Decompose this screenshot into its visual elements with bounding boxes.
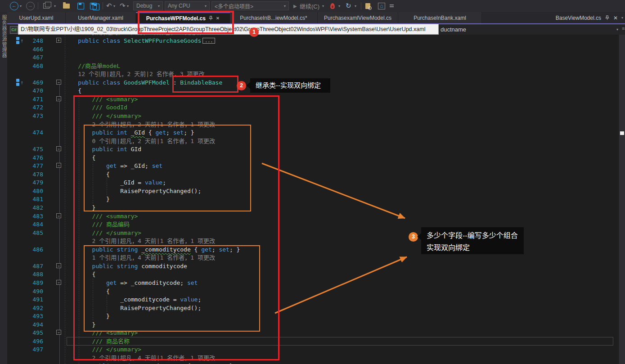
code-line[interactable]: 475− public int GId: [7, 145, 619, 153]
code-line[interactable]: 467: [7, 53, 619, 62]
inheritance-margin-icon[interactable]: ↑: [16, 37, 26, 44]
tab-purchaseinb-iewmodel-cs-[interactable]: PurchaseInB...iewModel.cs*: [230, 12, 318, 23]
fold-collapse-icon[interactable]: −: [56, 330, 61, 335]
navigate-home-button[interactable]: ⌂: [378, 1, 385, 10]
find-in-files-button[interactable]: [365, 1, 370, 10]
close-icon[interactable]: ✕: [613, 15, 618, 21]
pin-icon[interactable]: [208, 16, 213, 21]
server-explorer-vertical-tab[interactable]: 服务器资源管理器: [0, 15, 8, 58]
fold-collapse-icon[interactable]: −: [56, 146, 61, 151]
hot-reload-caret[interactable]: ▾: [338, 1, 340, 10]
save-button[interactable]: [77, 1, 84, 10]
close-icon[interactable]: ✕: [216, 16, 220, 21]
debug-configuration-dropdown[interactable]: Debug ▾: [133, 1, 163, 10]
scrollbar-grip-icon[interactable]: ≡: [622, 26, 625, 31]
code-line[interactable]: 474 public int _GId { get; set; }: [7, 128, 619, 137]
code-line[interactable]: 471− /// <summary>: [7, 95, 619, 103]
code-line[interactable]: 488 {: [7, 270, 619, 279]
codelens-text[interactable]: 0 个引用|超凡，2 天前|1 名作者，1 项更改: [64, 137, 215, 145]
fold-collapse-icon[interactable]: −: [56, 96, 61, 101]
code-line[interactable]: 466: [7, 45, 619, 54]
undo-button[interactable]: ↶: [106, 1, 112, 10]
tab-purchasewpfmodel-cs[interactable]: PurchaseWPFModel.cs✕: [136, 12, 230, 23]
code-line[interactable]: 482 }: [7, 203, 619, 212]
fold-collapse-icon[interactable]: −: [56, 280, 61, 285]
codelens-text[interactable]: 2 个引用|超凡，4 天前|1 名作者，1 项更改: [64, 354, 215, 362]
code-line[interactable]: 485 /// </summary>: [7, 229, 619, 237]
undo-caret[interactable]: ▾: [113, 1, 115, 10]
code-line[interactable]: public string _productname { get; set; }: [7, 362, 619, 364]
tab-label: PurchasexamlViewModel.cs: [324, 15, 391, 21]
code-line[interactable]: 493 }: [7, 312, 619, 320]
code-line[interactable]: 486 public string _commoditycode { get; …: [7, 245, 619, 254]
navigate-forward-button[interactable]: →: [26, 1, 35, 10]
continue-button[interactable]: 继续(C): [300, 1, 319, 10]
codelens-line[interactable]: 2 个引用|超凡，4 天前|1 名作者，1 项更改: [7, 354, 619, 362]
code-line[interactable]: 494 }: [7, 320, 619, 329]
code-line[interactable]: 491 _commoditycode = value;: [7, 295, 619, 304]
fold-collapse-icon[interactable]: −: [56, 80, 61, 85]
codelens-text[interactable]: 1 个引用|超凡，4 天前|1 名作者，1 项更改: [64, 253, 215, 262]
code-line[interactable]: 477− get => _GId; set: [7, 162, 619, 170]
save-all-button[interactable]: [90, 1, 99, 10]
fold-expand-icon[interactable]: +: [56, 38, 61, 43]
code-line[interactable]: 497 /// </summary>: [7, 345, 619, 354]
continue-caret[interactable]: ▾: [322, 1, 324, 10]
code-line[interactable]: 480 RaisePropertyChanged();: [7, 187, 619, 195]
restart-caret[interactable]: ▾: [355, 1, 356, 10]
tab-purchasexamlviewmodel-cs[interactable]: PurchasexamlViewModel.cs: [318, 12, 398, 23]
tab-usermanager-xaml[interactable]: UserManager.xaml: [66, 12, 136, 23]
code-line[interactable]: 492 RaisePropertyChanged();: [7, 304, 619, 312]
code-line[interactable]: 481 }: [7, 195, 619, 203]
code-line[interactable]: 472 /// GoodId: [7, 103, 619, 112]
chevron-down-icon[interactable]: ▾: [616, 27, 618, 31]
code-line[interactable]: 468 //商品单modeL: [7, 62, 619, 70]
code-line[interactable]: 487− public string commoditycode: [7, 262, 619, 270]
back-dropdown-caret[interactable]: ▾: [20, 1, 22, 10]
navigate-back-button[interactable]: ←: [10, 1, 18, 10]
code-line[interactable]: 473 /// </summary>: [7, 112, 619, 120]
redo-button[interactable]: ↷: [120, 1, 126, 10]
toolbar-overflow-button[interactable]: [390, 1, 394, 10]
open-file-button[interactable]: [63, 1, 70, 10]
hot-reload-button[interactable]: [330, 1, 335, 10]
platform-dropdown[interactable]: Any CPU ▾: [165, 1, 210, 10]
fold-collapse-icon[interactable]: −: [56, 163, 61, 168]
code-line[interactable]: 484 /// 商品编码: [7, 220, 619, 229]
left-tool-strip: 服务器资源管理器: [0, 12, 8, 364]
tab-baseviewmodel[interactable]: BaseViewModel.cs: [556, 15, 601, 21]
codelens-text[interactable]: 12 个引用|超凡，2 天前|2 名作者，3 项更改: [64, 70, 204, 78]
code-line[interactable]: 489− get => _commoditycode; set: [7, 279, 619, 287]
line-number: 478: [25, 170, 43, 179]
vertical-scrollbar[interactable]: [619, 35, 625, 364]
codelens-line[interactable]: 1 个引用|超凡，4 天前|1 名作者，1 项更改: [7, 253, 619, 262]
code-line[interactable]: 483− /// <summary>: [7, 212, 619, 220]
code-line[interactable]: 476 {: [7, 153, 619, 162]
codelens-line[interactable]: 12 个引用|超凡，2 天前|2 名作者，3 项更改: [7, 70, 619, 78]
codelens-line[interactable]: 2 个引用|超凡，4 天前|1 名作者，1 项更改: [7, 237, 619, 245]
codelens-text[interactable]: 2 个引用|超凡，4 天前|1 名作者，1 项更改: [64, 237, 215, 245]
code-line[interactable]: 478 {: [7, 170, 619, 179]
scrollbar-thumb[interactable]: [620, 131, 624, 135]
code-line[interactable]: 495− /// <summary>: [7, 328, 619, 337]
code-line[interactable]: 248↑+ public class SelectWPFPurchaseGood…: [7, 36, 619, 45]
new-window-caret[interactable]: ▾: [54, 1, 56, 10]
codelens-line[interactable]: 0 个引用|超凡，2 天前|1 名作者，1 项更改: [7, 137, 619, 145]
pin-icon[interactable]: [605, 15, 610, 20]
codelens-text[interactable]: 2 个引用|超凡，2 天前|1 名作者，1 项更改: [64, 120, 215, 129]
fold-collapse-icon[interactable]: −: [56, 263, 61, 268]
startup-project-dropdown[interactable]: <多个启动项目> ▾: [211, 1, 289, 10]
tab-purchaseinbank-xaml[interactable]: PurchaseInBank.xaml: [398, 12, 482, 23]
codelens-line[interactable]: 2 个引用|超凡，2 天前|1 名作者，1 项更改: [7, 120, 619, 129]
tab-userupd-xaml[interactable]: UserUpd.xaml: [7, 12, 66, 23]
code-line[interactable]: 479 _GId = value;: [7, 178, 619, 187]
document-list-caret[interactable]: ▾: [621, 16, 623, 20]
inheritance-margin-icon[interactable]: ↑: [16, 79, 26, 86]
member-dropdown[interactable]: ductname: [441, 26, 466, 33]
fold-collapse-icon[interactable]: −: [56, 213, 61, 218]
code-line[interactable]: 490 {: [7, 287, 619, 296]
restart-button[interactable]: ↻: [346, 1, 351, 10]
redo-caret[interactable]: ▾: [127, 1, 129, 10]
collapsed-region-box[interactable]: ...: [202, 38, 215, 44]
new-window-button[interactable]: [43, 1, 49, 10]
